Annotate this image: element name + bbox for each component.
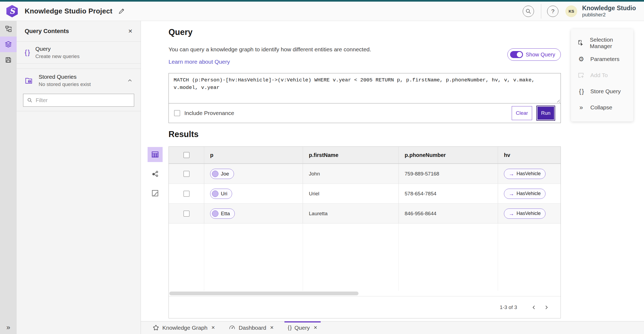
rail-item-queries[interactable]	[0, 37, 17, 52]
table-row: Etta Lauretta 846-956-8644 → HasVehicle	[169, 204, 561, 224]
braces-icon: { }	[25, 49, 30, 56]
show-query-toggle[interactable]: Show Query	[507, 48, 561, 61]
main-area: Query You can query a knowledge graph to…	[141, 21, 644, 321]
header-divider	[541, 4, 541, 19]
hierarchy-icon	[5, 25, 12, 33]
user-avatar[interactable]: KS	[565, 5, 577, 17]
collapse-label: Collapse	[590, 104, 612, 111]
node-pill[interactable]: Etta	[210, 209, 235, 219]
panel-title: Query Contents	[25, 28, 69, 35]
user-role: publisher2	[582, 12, 636, 18]
close-tab-button[interactable]: ✕	[313, 325, 317, 331]
chevron-up-icon[interactable]	[127, 78, 133, 83]
close-tab-button[interactable]: ✕	[270, 325, 274, 331]
query-actions-menu: Selection Manager ⚙ Parameters Add To { …	[571, 29, 633, 121]
add-to-icon	[577, 72, 585, 79]
collapse-item[interactable]: » Collapse	[571, 99, 633, 116]
table-icon	[151, 150, 159, 159]
edge-cell: → HasVehicle	[498, 204, 561, 223]
table-empty-space	[169, 224, 561, 291]
help-button[interactable]: ?	[547, 6, 558, 17]
clear-button[interactable]: Clear	[512, 106, 532, 120]
edge-label: HasVehicle	[517, 171, 541, 177]
learn-more-link[interactable]: Learn more about Query	[169, 59, 230, 65]
firstname-value: Lauretta	[309, 211, 328, 217]
stored-queries-filter	[23, 94, 134, 107]
search-icon	[525, 8, 531, 14]
knowledge-graph-icon	[153, 325, 159, 331]
bottom-tab-bar: Knowledge Graph ✕ Dashboard ✕ { } Query …	[141, 321, 644, 334]
help-icon: ?	[551, 8, 555, 15]
store-query-label: Store Query	[590, 88, 621, 95]
chevron-right-icon	[544, 305, 549, 310]
resize-handle[interactable]	[555, 98, 560, 102]
add-to-label: Add To	[590, 72, 608, 78]
include-provenance-checkbox[interactable]	[174, 110, 180, 116]
braces-icon: { }	[288, 325, 291, 331]
query-item-subtitle: Create new queries	[35, 53, 80, 59]
tab-knowledge-graph[interactable]: Knowledge Graph ✕	[146, 321, 222, 334]
query-editor[interactable]: MATCH (p:Person)-[hv:HasVehicle]->(v:Veh…	[169, 73, 561, 103]
row-checkbox[interactable]	[184, 171, 189, 177]
tab-dashboard[interactable]: Dashboard ✕	[222, 321, 281, 334]
panel-item-query[interactable]: { } Query Create new queries	[17, 42, 141, 64]
table-row: Uri Uriel 578-654-7854 → HasVehicle	[169, 184, 561, 204]
edge-pill[interactable]: → HasVehicle	[504, 189, 546, 199]
user-info: Knowledge Studio publisher2	[582, 5, 636, 17]
stored-queries-header[interactable]: Stored Queries No stored queries exist	[17, 69, 141, 90]
row-checkbox[interactable]	[184, 191, 189, 197]
graph-view-button[interactable]	[148, 166, 163, 181]
column-header-firstname[interactable]: p.firstName	[303, 147, 399, 163]
selection-manager-label: Selection Manager	[590, 37, 627, 49]
include-provenance-label: Include Provenance	[184, 110, 234, 116]
close-tab-button[interactable]: ✕	[211, 325, 215, 331]
node-pill[interactable]: Joe	[210, 169, 234, 179]
table-footer: 1-3 of 3	[169, 296, 561, 318]
next-page-button[interactable]	[540, 301, 552, 314]
phonenumber-value: 846-956-8644	[405, 211, 436, 217]
node-dot-icon	[212, 191, 218, 197]
store-query-item[interactable]: { } Store Query	[571, 83, 633, 99]
scrollbar-thumb[interactable]	[169, 292, 358, 295]
rail-item-saved[interactable]	[0, 52, 17, 68]
user-name: Knowledge Studio	[582, 5, 636, 12]
tab-query[interactable]: { } Query ✕	[281, 321, 324, 334]
row-checkbox[interactable]	[184, 211, 189, 217]
column-header-p[interactable]: p	[204, 147, 303, 163]
arrow-right-icon: →	[509, 211, 514, 216]
column-header-phonenumber[interactable]: p.phoneNumber	[399, 147, 498, 163]
selection-manager-item[interactable]: Selection Manager	[571, 35, 633, 51]
results-table: p p.firstName p.phoneNumber hv Joe John …	[169, 146, 561, 318]
filter-input[interactable]	[36, 97, 130, 103]
select-all-checkbox[interactable]	[184, 152, 189, 158]
close-panel-button[interactable]: ✕	[128, 28, 133, 34]
table-header-row: p p.firstName p.phoneNumber hv	[169, 147, 561, 164]
column-header-hv[interactable]: hv	[498, 147, 561, 163]
map-view-button[interactable]	[148, 186, 163, 201]
edge-cell: → HasVehicle	[498, 184, 561, 203]
expand-rail-button[interactable]: »	[0, 324, 17, 331]
chevron-left-icon	[532, 305, 536, 310]
edge-pill[interactable]: → HasVehicle	[504, 209, 546, 219]
layers-icon	[5, 41, 12, 48]
toggle-switch-icon[interactable]	[510, 51, 523, 58]
edge-pill[interactable]: → HasVehicle	[504, 169, 546, 179]
node-pill[interactable]: Uri	[210, 189, 232, 199]
previous-page-button[interactable]	[528, 301, 540, 314]
node-dot-icon	[212, 171, 218, 177]
query-text[interactable]: MATCH (p:Person)-[hv:HasVehicle]->(v:Veh…	[174, 77, 549, 91]
left-icon-rail: »	[0, 21, 17, 334]
results-view-switcher	[148, 147, 163, 201]
save-icon	[5, 56, 12, 63]
query-description: You can query a knowledge graph to ident…	[169, 46, 371, 53]
query-item-title: Query	[35, 46, 80, 52]
tab-label: Knowledge Graph	[162, 325, 207, 331]
edit-title-button[interactable]	[116, 6, 127, 17]
search-button[interactable]	[523, 6, 534, 17]
edge-cell: → HasVehicle	[498, 164, 561, 184]
node-label: Etta	[221, 211, 230, 217]
run-button[interactable]: Run	[536, 106, 555, 121]
rail-item-hierarchy[interactable]	[0, 21, 17, 37]
parameters-item[interactable]: ⚙ Parameters	[571, 51, 633, 67]
table-view-button[interactable]	[148, 147, 163, 162]
